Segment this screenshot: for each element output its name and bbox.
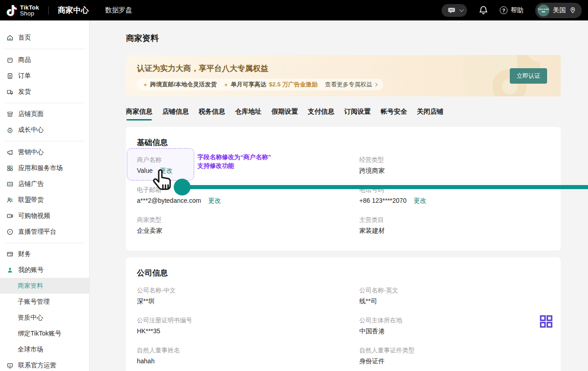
chevron-right-icon — [374, 83, 377, 86]
perk-ad-incentive: ★ 单月可享高达 $2.5 万广告金激励 — [224, 80, 318, 89]
sidebar-item-app-service-market[interactable]: 应用和服务市场 — [0, 160, 89, 176]
pointer-hand-cursor-icon — [153, 168, 175, 196]
sidebar-divider — [5, 141, 85, 141]
sidebar-item-home[interactable]: 首页 — [0, 30, 89, 45]
notification-bell-icon[interactable] — [479, 5, 488, 15]
sidebar-item-products[interactable]: 商品 — [0, 52, 89, 68]
tab-account-security[interactable]: 帐号安全 — [381, 107, 407, 120]
region-label: 美国 — [553, 6, 566, 15]
sidebar-subitem-merchant-profile[interactable]: 商家资料 — [0, 278, 89, 294]
header-divider — [48, 6, 49, 15]
help-icon: ? — [500, 6, 508, 14]
truck-icon — [6, 88, 14, 95]
sidebar-item-my-account[interactable]: 我的账号 — [0, 262, 89, 278]
help-button[interactable]: ? 帮助 — [500, 6, 523, 15]
tab-shop-info[interactable]: 店铺信息 — [162, 107, 189, 120]
sidebar: 首页 商品 订单 发货 店铺页面 成长中心 营销中心 — [0, 20, 90, 371]
company-info-title: 公司信息 — [137, 268, 550, 278]
svg-text:AD: AD — [8, 183, 12, 186]
order-clipboard-icon — [6, 72, 14, 80]
star-icon: ★ — [224, 82, 228, 87]
sidebar-item-contact-official[interactable]: 联系官方运营 — [0, 357, 89, 371]
nav-data-compass[interactable]: 数据罗盘 — [105, 6, 132, 15]
chevron-down-icon — [459, 7, 464, 12]
annotation-note: 字段名称修改为“商户名称” 支持修改功能 — [197, 153, 271, 170]
contact-support-icon — [6, 362, 14, 369]
tiktok-shop-seller-center: TikTok Shop 商家中心 数据罗盘 ? 帮助 — [0, 0, 588, 371]
banner-perks: ★ 跨境直邮/本地仓灵活发货 ★ 单月可享高达 $2.5 万广告金激励 查看更多… — [137, 79, 383, 90]
field-merchant-type: 商家类型 企业卖家 — [137, 216, 359, 235]
tab-holiday-settings[interactable]: 假期设置 — [271, 107, 298, 120]
home-icon — [6, 34, 14, 41]
location-pin-icon — [569, 7, 576, 14]
sidebar-item-shop-page[interactable]: 店铺页面 — [0, 106, 89, 122]
ad-icon: AD — [6, 180, 14, 188]
sidebar-divider — [5, 103, 85, 103]
sidebar-item-shipping[interactable]: 发货 — [0, 84, 89, 100]
certify-now-button[interactable]: 立即认证 — [510, 68, 547, 84]
field-registration-number: 公司注册证明书编号 HK***35 — [137, 316, 359, 336]
tab-payment-info[interactable]: 支付信息 — [308, 107, 334, 120]
field-director-name: 自然人董事姓名 hahah — [137, 346, 359, 366]
sidebar-item-finance[interactable]: 财务 — [0, 246, 89, 262]
field-company-name-cn: 公司名称-中文 深**圳 — [137, 286, 359, 306]
perk-shipping: ★ 跨境直邮/本地仓灵活发货 — [143, 80, 217, 89]
video-camera-icon — [6, 212, 14, 220]
annotation-connector-dot — [174, 179, 191, 196]
live-play-icon — [6, 228, 14, 236]
field-director-id-type: 自然人董事证件类型 身份证件 — [359, 346, 550, 366]
shop-region-switcher[interactable]: Home textile 美国 — [535, 3, 582, 18]
apps-grid-icon — [6, 165, 14, 172]
star-icon: ★ — [143, 82, 147, 87]
logo-wordmark: TikTok Shop — [20, 5, 39, 16]
sidebar-item-orders[interactable]: 订单 — [0, 68, 89, 84]
sidebar-subitem-global-market[interactable]: 全球市场 — [0, 341, 89, 357]
sidebar-subitem-qualification[interactable]: 资质中心 — [0, 310, 89, 326]
sidebar-item-affiliate[interactable]: 联盟带货 — [0, 192, 89, 208]
field-company-location: 公司主体所在地 中国香港 — [359, 316, 550, 336]
sidebar-divider — [5, 243, 85, 243]
sidebar-item-shop-ads[interactable]: AD 店铺广告 — [0, 176, 89, 192]
sidebar-item-growth-center[interactable]: 成长中心 — [0, 122, 89, 138]
sidebar-subitem-bind-tiktok[interactable]: 绑定TikTok账号 — [0, 326, 89, 341]
language-selector[interactable] — [442, 4, 467, 17]
top-header: TikTok Shop 商家中心 数据罗盘 ? 帮助 — [0, 0, 588, 20]
affiliate-people-icon — [6, 196, 14, 204]
sidebar-item-live-management[interactable]: 直播管理平台 — [0, 224, 89, 240]
tab-close-shop[interactable]: 关闭店铺 — [417, 107, 443, 120]
tab-tax-info[interactable]: 税务信息 — [199, 107, 225, 120]
grid-component-icon — [540, 315, 553, 328]
main-content: 商家资料 认证为实力大商，享平台八大专属权益 ★ 跨境直邮/本地仓灵活发货 ★ … — [90, 20, 588, 371]
sidebar-item-shoppable-video[interactable]: 可购物视频 — [0, 208, 89, 224]
tiktok-note-icon — [6, 4, 17, 17]
company-info-card: 公司信息 公司名称-中文 深**圳 公司名称-英文 线**司 公司注册证明书编号… — [126, 257, 561, 371]
page-title: 商家资料 — [126, 33, 561, 44]
tiktok-shop-logo[interactable]: TikTok Shop — [6, 4, 39, 17]
basic-info-title: 基础信息 — [137, 138, 550, 148]
nav-seller-center[interactable]: 商家中心 — [58, 5, 89, 15]
view-more-perks-link[interactable]: 查看更多专属权益 — [325, 80, 377, 89]
field-company-name-en: 公司名称-英文 线**司 — [359, 286, 550, 306]
sidebar-divider — [5, 49, 85, 49]
account-person-icon — [6, 266, 14, 274]
finance-card-icon — [6, 251, 14, 258]
banner-title: 认证为实力大商，享平台八大专属权益 — [137, 63, 561, 74]
sidebar-subitem-subaccount[interactable]: 子账号管理 — [0, 294, 89, 310]
profile-tabs: 商家信息 店铺信息 税务信息 仓库地址 假期设置 支付信息 订阅设置 帐号安全 … — [126, 107, 561, 120]
annotation-connector-line — [182, 185, 588, 189]
tab-warehouse-address[interactable]: 仓库地址 — [235, 107, 261, 120]
change-phone-link[interactable]: 更改 — [414, 197, 427, 204]
shop-avatar: Home textile — [538, 5, 549, 16]
change-email-link[interactable]: 更改 — [208, 197, 221, 204]
field-business-type: 经营类型 跨境商家 — [359, 156, 550, 175]
tab-merchant-info[interactable]: 商家信息 — [126, 107, 152, 120]
tab-subscription-settings[interactable]: 订阅设置 — [344, 107, 371, 120]
certification-banner: 认证为实力大商，享平台八大专属权益 ★ 跨境直邮/本地仓灵活发货 ★ 单月可享高… — [126, 55, 561, 96]
help-label: 帮助 — [511, 6, 523, 15]
sidebar-item-marketing-center[interactable]: 营销中心 — [0, 144, 89, 160]
chat-bubble-icon — [447, 6, 456, 15]
storefront-icon — [6, 110, 14, 118]
field-main-category: 主营类目 家装建材 — [359, 216, 550, 235]
product-bag-icon — [6, 56, 14, 64]
megaphone-icon — [6, 149, 14, 156]
